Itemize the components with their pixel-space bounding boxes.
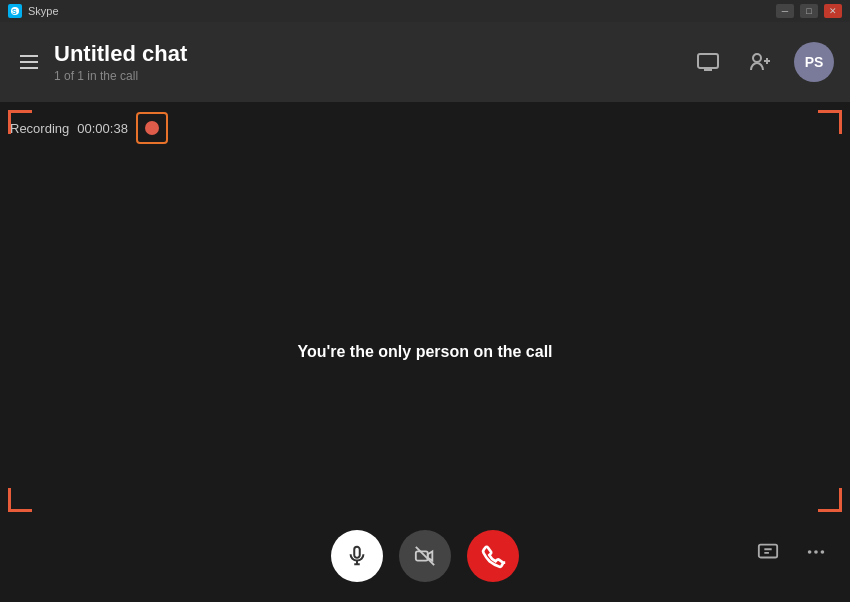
- video-button[interactable]: [399, 530, 451, 582]
- corner-bracket-bl: [8, 488, 32, 512]
- recording-stop-button[interactable]: [136, 112, 168, 144]
- add-participant-icon: [748, 50, 772, 74]
- app-window: Untitled chat 1 of 1 in the call PS: [0, 22, 850, 602]
- close-button[interactable]: ✕: [824, 4, 842, 18]
- call-controls: [0, 530, 850, 582]
- chat-info: Untitled chat 1 of 1 in the call: [54, 41, 187, 83]
- header-right: PS: [690, 42, 834, 82]
- svg-point-11: [814, 550, 818, 554]
- titlebar-controls: ─ □ ✕: [776, 4, 842, 18]
- hamburger-line: [20, 61, 38, 63]
- chat-subtitle: 1 of 1 in the call: [54, 69, 187, 83]
- mute-button[interactable]: [331, 530, 383, 582]
- extra-controls: [750, 534, 834, 570]
- screen-share-button[interactable]: [690, 44, 726, 80]
- svg-point-3: [753, 54, 761, 62]
- header-left: Untitled chat 1 of 1 in the call: [16, 41, 187, 83]
- more-icon: [805, 541, 827, 563]
- hamburger-line: [20, 67, 38, 69]
- titlebar-title: Skype: [28, 5, 59, 17]
- titlebar: S Skype ─ □ ✕: [0, 0, 850, 22]
- recording-bar: Recording 00:00:38: [10, 112, 168, 144]
- maximize-button[interactable]: □: [800, 4, 818, 18]
- recording-timer: 00:00:38: [77, 121, 128, 136]
- corner-bracket-tl: [8, 110, 32, 134]
- end-call-icon: [480, 543, 506, 569]
- minimize-button[interactable]: ─: [776, 4, 794, 18]
- stop-icon: [145, 121, 159, 135]
- chat-icon: [757, 541, 779, 563]
- video-off-icon: [414, 545, 436, 567]
- add-participant-button[interactable]: [742, 44, 778, 80]
- svg-point-12: [821, 550, 825, 554]
- skype-icon: S: [8, 4, 22, 18]
- more-button[interactable]: [798, 534, 834, 570]
- screen-share-icon: [696, 50, 720, 74]
- svg-rect-2: [698, 54, 718, 68]
- titlebar-left: S Skype: [8, 4, 59, 18]
- svg-text:S: S: [12, 8, 17, 15]
- only-person-message: You're the only person on the call: [297, 343, 552, 361]
- call-area: Recording 00:00:38 You're the only perso…: [0, 102, 850, 602]
- corner-bracket-tr: [818, 110, 842, 134]
- hamburger-line: [20, 55, 38, 57]
- avatar[interactable]: PS: [794, 42, 834, 82]
- svg-point-10: [808, 550, 812, 554]
- end-call-button[interactable]: [467, 530, 519, 582]
- svg-line-8: [416, 547, 434, 565]
- hamburger-menu[interactable]: [16, 51, 42, 73]
- corner-bracket-br: [818, 488, 842, 512]
- svg-rect-9: [759, 545, 777, 558]
- microphone-icon: [346, 545, 368, 567]
- chat-title: Untitled chat: [54, 41, 187, 67]
- svg-rect-4: [354, 547, 360, 558]
- header: Untitled chat 1 of 1 in the call PS: [0, 22, 850, 102]
- chat-button[interactable]: [750, 534, 786, 570]
